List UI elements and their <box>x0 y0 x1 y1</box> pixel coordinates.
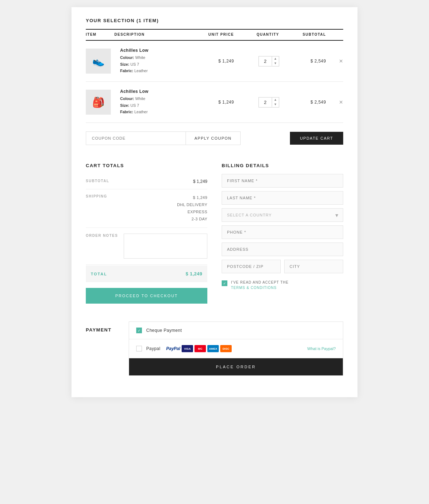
item-desc-cell-1: Achilles Low Colour: White Size: US 7 Fa… <box>114 40 183 82</box>
address-field[interactable] <box>222 243 343 256</box>
first-name-field[interactable] <box>222 174 343 188</box>
visa-icon: VISA <box>182 345 193 352</box>
shipping-type: EXPRESS <box>177 209 207 216</box>
table-row: 👟 Achilles Low Colour: White Size: US 7 … <box>86 40 343 82</box>
qty-down-2[interactable]: ▼ <box>272 102 279 107</box>
qty-controls-1: ▲ ▼ <box>272 56 279 66</box>
terms-row: ✓ I'VE READ AND ACCEPT THE TERMS & CONDI… <box>222 280 343 290</box>
payment-option-cheque: ✓ Cheque Payment <box>129 322 343 339</box>
table-row: 🎒 Achilles Low Colour: White Size: US 7 … <box>86 82 343 123</box>
subtotal-label: SUBTOTAL <box>86 179 109 183</box>
col-header-quantity: QUANTITY <box>234 30 279 40</box>
item-qty-cell-2: ▲ ▼ <box>234 82 279 123</box>
total-row: TOTAL $ 1,249 <box>86 265 207 282</box>
item-image-cell: 👟 <box>86 40 114 82</box>
item-qty-cell-1: ▲ ▼ <box>234 40 279 82</box>
paypal-text-icon: PayPal <box>166 346 180 351</box>
item-price-2: $ 1,249 <box>183 82 234 123</box>
shipping-method: DHL DELIVERY <box>177 201 207 209</box>
selection-title: YOUR SELECTION (1 ITEM) <box>86 18 343 23</box>
cheque-radio[interactable]: ✓ <box>136 328 142 333</box>
qty-wrapper-1: ▲ ▼ <box>258 56 279 66</box>
col-header-item: ITEM <box>86 30 114 40</box>
two-col-section: CART TOTALS SUBTOTAL $ 1,249 SHIPPING $ … <box>86 163 343 304</box>
shipping-info: $ 1,249 DHL DELIVERY EXPRESS 2-3 DAY <box>177 194 207 223</box>
payment-box: ✓ Cheque Payment Paypal PayPal VISA MC A… <box>129 321 343 376</box>
item-detail-1: Colour: White Size: US 7 Fabric: Leather <box>120 54 183 74</box>
item-image-2: 🎒 <box>86 90 111 115</box>
qty-input-2[interactable] <box>259 98 272 107</box>
cart-table: ITEM DESCRIPTION UNIT PRICE QUANTITY SUB… <box>86 30 343 123</box>
coupon-input[interactable] <box>86 131 186 145</box>
payment-label: PAYMENT <box>86 327 114 333</box>
cheque-check-icon: ✓ <box>138 329 140 333</box>
paypal-label: Paypal <box>146 346 161 351</box>
qty-down-1[interactable]: ▼ <box>272 61 279 66</box>
payment-section: PAYMENT ✓ Cheque Payment Paypal PayPal V… <box>86 321 343 376</box>
terms-text: I'VE READ AND ACCEPT THE TERMS & CONDITI… <box>231 280 289 290</box>
what-is-paypal-link[interactable]: What is Paypal? <box>307 346 336 351</box>
discover-icon: DISC <box>220 345 232 352</box>
apply-coupon-button[interactable]: APPLY COUPON <box>186 131 241 145</box>
mastercard-icon: MC <box>194 345 206 352</box>
qty-controls-2: ▲ ▼ <box>272 98 279 107</box>
shipping-label: SHIPPING <box>86 194 107 198</box>
subtotal-value: $ 1,249 <box>193 179 207 184</box>
billing-title: BILLING DETAILS <box>222 163 343 168</box>
order-notes-row: ORDER NOTES <box>86 228 207 265</box>
paypal-radio[interactable] <box>136 346 142 351</box>
shipping-value: $ 1,249 <box>177 194 207 201</box>
remove-item-2[interactable]: ✕ <box>339 99 343 105</box>
terms-checkbox[interactable]: ✓ <box>222 280 227 286</box>
city-field[interactable] <box>284 260 343 273</box>
col-header-unit-price: UNIT PRICE <box>183 30 234 40</box>
shipping-row: SHIPPING $ 1,249 DHL DELIVERY EXPRESS 2-… <box>86 189 207 228</box>
phone-field[interactable] <box>222 225 343 239</box>
order-notes-textarea[interactable] <box>124 234 207 259</box>
total-label: TOTAL <box>91 272 107 276</box>
item-detail-2: Colour: White Size: US 7 Fabric: Leather <box>120 95 183 115</box>
payment-option-paypal: Paypal PayPal VISA MC AMEX DISC What is … <box>129 339 343 358</box>
place-order-button[interactable]: PLACE ORDER <box>129 358 343 375</box>
item-remove-cell-1: ✕ <box>326 40 343 82</box>
proceed-to-checkout-button[interactable]: PROCEED TO CHECKOUT <box>86 288 207 304</box>
country-select[interactable]: SELECT A COUNTRY United States United Ki… <box>222 208 343 222</box>
item-image-cell-2: 🎒 <box>86 82 114 123</box>
subtotal-row: SUBTOTAL $ 1,249 <box>86 174 207 189</box>
qty-up-2[interactable]: ▲ <box>272 98 279 102</box>
order-notes-label: ORDER NOTES <box>86 234 118 238</box>
qty-input-1[interactable] <box>259 56 272 66</box>
coupon-row: APPLY COUPON UPDATE CART <box>86 131 343 145</box>
page-wrapper: YOUR SELECTION (1 ITEM) ITEM DESCRIPTION… <box>72 7 358 397</box>
qty-wrapper-2: ▲ ▼ <box>258 97 279 108</box>
item-desc-cell-2: Achilles Low Colour: White Size: US 7 Fa… <box>114 82 183 123</box>
postcode-field[interactable] <box>222 260 281 273</box>
place-order-row: PLACE ORDER <box>129 358 343 375</box>
last-name-field[interactable] <box>222 191 343 205</box>
col-header-subtotal: SUBTOTAL <box>279 30 326 40</box>
billing-section: BILLING DETAILS SELECT A COUNTRY United … <box>222 163 343 304</box>
check-icon: ✓ <box>223 281 226 285</box>
item-image-1: 👟 <box>86 49 111 74</box>
item-remove-cell-2: ✕ <box>326 82 343 123</box>
remove-item-1[interactable]: ✕ <box>339 58 343 64</box>
terms-link[interactable]: TERMS & CONDITIONS <box>231 286 277 290</box>
qty-up-1[interactable]: ▲ <box>272 56 279 61</box>
cheque-label: Cheque Payment <box>146 328 182 333</box>
item-subtotal-2: $ 2,549 <box>279 82 326 123</box>
total-value: $ 1,249 <box>186 271 202 276</box>
item-name-1: Achilles Low <box>120 48 183 53</box>
cart-totals-title: CART TOTALS <box>86 163 207 168</box>
update-cart-button[interactable]: UPDATE CART <box>290 132 343 145</box>
country-select-wrapper: SELECT A COUNTRY United States United Ki… <box>222 208 343 222</box>
postcode-city-row <box>222 260 343 277</box>
item-price-1: $ 1,249 <box>183 40 234 82</box>
col-header-description: DESCRIPTION <box>114 30 183 40</box>
item-name-2: Achilles Low <box>120 89 183 94</box>
paypal-icons: PayPal VISA MC AMEX DISC <box>166 345 232 352</box>
amex-icon: AMEX <box>207 345 219 352</box>
cart-totals-section: CART TOTALS SUBTOTAL $ 1,249 SHIPPING $ … <box>86 163 207 304</box>
shipping-days: 2-3 DAY <box>177 216 207 223</box>
item-subtotal-1: $ 2,549 <box>279 40 326 82</box>
